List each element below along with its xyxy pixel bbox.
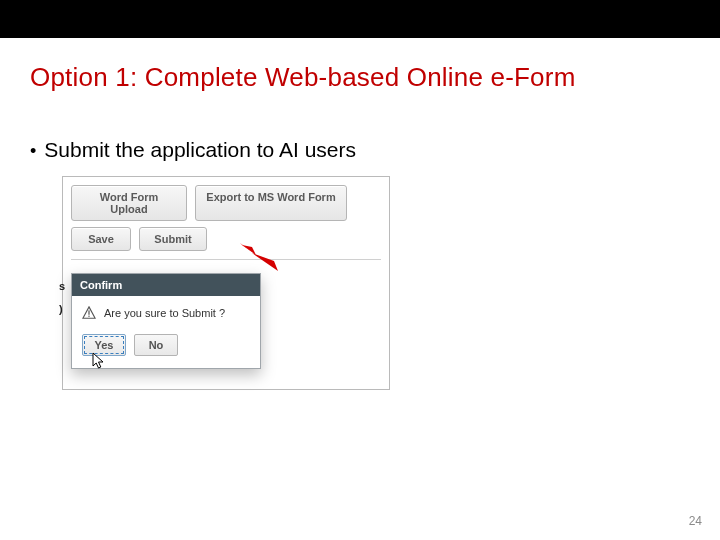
svg-rect-0 (88, 310, 89, 314)
bullet-item: • Submit the application to AI users (30, 138, 356, 162)
cropped-label-s: s (59, 280, 65, 292)
submit-button[interactable]: Submit (139, 227, 207, 251)
toolbar-row-1: Word Form Upload Export to MS Word Form (63, 177, 389, 227)
export-ms-word-button[interactable]: Export to MS Word Form (195, 185, 347, 221)
bullet-text: Submit the application to AI users (44, 138, 356, 162)
slide-title: Option 1: Complete Web-based Online e-Fo… (30, 62, 576, 93)
divider (71, 259, 381, 260)
confirm-dialog: Confirm Are you sure to Submit ? Yes No (71, 273, 261, 369)
save-button[interactable]: Save (71, 227, 131, 251)
cursor-icon (92, 352, 106, 370)
dialog-body: Are you sure to Submit ? (72, 296, 260, 328)
screenshot-panel: Word Form Upload Export to MS Word Form … (62, 176, 390, 390)
bullet-dot-icon: • (30, 142, 36, 160)
cropped-label-paren: ) (59, 303, 63, 315)
no-button[interactable]: No (134, 334, 178, 356)
dialog-message: Are you sure to Submit ? (104, 307, 225, 319)
svg-rect-1 (88, 316, 89, 317)
word-form-upload-button[interactable]: Word Form Upload (71, 185, 187, 221)
slide: Option 1: Complete Web-based Online e-Fo… (0, 0, 720, 540)
dialog-title: Confirm (72, 274, 260, 296)
warning-icon (82, 306, 96, 320)
page-number: 24 (689, 514, 702, 528)
top-black-bar (0, 0, 720, 38)
toolbar-row-2: Save Submit (63, 227, 389, 259)
